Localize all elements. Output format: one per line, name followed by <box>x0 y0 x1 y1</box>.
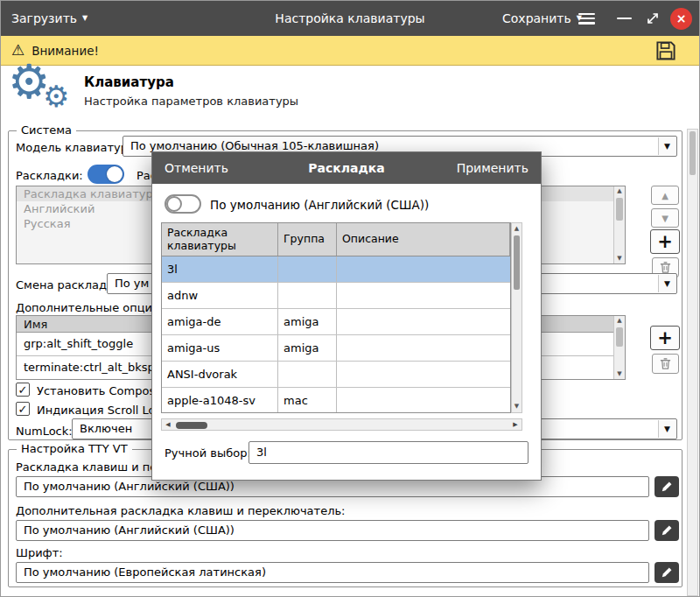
expand-button[interactable] <box>645 1 661 36</box>
tty-extra-layout-edit-button[interactable] <box>654 520 679 541</box>
window-title-label: Настройка клавиатуры <box>275 11 424 25</box>
warning-bar: ⚠ Внимание! <box>1 36 699 66</box>
titlebar: Загрузить ▼ Настройка клавиатуры Сохрани… <box>1 1 699 36</box>
scrollbar-thumb[interactable] <box>514 235 520 290</box>
scrollbar-thumb[interactable] <box>176 422 207 429</box>
minimize-icon <box>617 18 632 20</box>
cell-group: amiga <box>278 309 337 334</box>
page-scrollbar[interactable] <box>687 129 698 596</box>
scrollbar-thumb[interactable] <box>616 327 623 347</box>
layout-table-hscrollbar[interactable]: ◀ ▶ <box>161 418 522 431</box>
scrollbar-thumb[interactable] <box>690 131 696 175</box>
trash-icon <box>659 261 672 274</box>
dialog-cancel-button[interactable]: Отменить <box>164 152 228 184</box>
default-layout-label: По умолчанию (Английский (США)) <box>210 198 429 212</box>
layout-table: Раскладка клавиатуры Группа Описание 3l … <box>161 222 511 413</box>
tty-font-value: По умолчанию (Европейская латинская) <box>24 565 266 579</box>
layout-move-up-button[interactable]: ▲ <box>651 186 679 205</box>
arrow-up-icon: ▲ <box>662 191 668 200</box>
tty-layout-edit-button[interactable] <box>654 476 679 497</box>
page-subtitle: Настройка параметров клавиатуры <box>84 95 298 108</box>
keyboard-gears-icon: ⚙ ⚙ <box>8 66 80 118</box>
trash-icon <box>659 357 672 370</box>
cell-description <box>337 362 510 387</box>
compose-checkbox-label: Установить Compose <box>37 384 162 397</box>
cell-layout: ANSI-dvorak <box>162 362 278 387</box>
save-menu-label: Сохранить <box>502 11 571 25</box>
scroll-up-icon: ▲ <box>614 186 625 196</box>
pencil-icon <box>661 566 673 579</box>
hamburger-menu-button[interactable] <box>578 1 595 36</box>
arrow-down-icon: ▼ <box>662 214 668 223</box>
compose-checkbox[interactable]: ✓ <box>16 383 30 397</box>
tty-font-edit-button[interactable] <box>654 562 679 583</box>
cell-description <box>337 256 510 282</box>
system-legend: Система <box>17 123 76 137</box>
cell-description <box>337 335 510 361</box>
layout-dialog-titlebar: Отменить Раскладка Применить <box>152 152 541 184</box>
tty-layout-value: По умолчанию (Английский (США)) <box>24 480 234 493</box>
cell-group <box>278 256 337 282</box>
layout-add-button[interactable]: + <box>650 229 680 254</box>
column-header: Раскладка клавиатуры <box>162 223 278 256</box>
cell-layout: adnw <box>162 283 278 308</box>
column-header: Группа <box>278 223 337 256</box>
layout-table-header: Раскладка клавиатуры Группа Описание <box>162 223 510 256</box>
cell-layout: 3l <box>162 256 278 282</box>
toggle-knob <box>166 196 182 212</box>
options-table-scrollbar[interactable]: ▲ ▼ <box>613 316 625 379</box>
tty-font-field[interactable]: По умолчанию (Европейская латинская) <box>16 562 649 583</box>
cell-group: amiga <box>278 335 337 361</box>
layouts-list-scrollbar[interactable]: ▲ ▼ <box>613 186 625 263</box>
option-delete-button[interactable] <box>652 354 679 374</box>
table-row[interactable]: ANSI-dvorak <box>162 362 510 388</box>
plus-icon: + <box>657 327 673 348</box>
layout-dialog-body: По умолчанию (Английский (США)) Раскладк… <box>152 184 541 480</box>
pencil-icon <box>661 481 673 493</box>
table-row[interactable]: 3l <box>162 256 510 283</box>
dialog-apply-button[interactable]: Применить <box>457 152 528 184</box>
cell-group <box>278 283 337 308</box>
chevron-down-icon: ▼ <box>658 420 676 438</box>
scroll-down-icon: ▼ <box>614 369 625 379</box>
extra-options-label: Дополнительные опции: <box>16 301 164 314</box>
plus-icon: + <box>657 231 673 252</box>
default-layout-toggle[interactable] <box>164 194 201 214</box>
save-menu-button[interactable]: Сохранить ▼ <box>502 1 582 36</box>
save-file-button[interactable] <box>655 40 676 65</box>
layout-switch-value: По ум <box>115 277 149 290</box>
table-row[interactable]: adnw <box>162 283 510 309</box>
expand-icon <box>645 11 661 26</box>
column-header: Описание <box>337 223 510 256</box>
tty-extra-layout-field[interactable]: По умолчанию (Английский (США)) <box>16 520 649 541</box>
load-menu-button[interactable]: Загрузить ▼ <box>11 1 88 36</box>
pencil-icon <box>661 524 673 537</box>
option-add-button[interactable]: + <box>650 326 680 350</box>
floppy-disk-icon <box>655 40 676 61</box>
load-menu-label: Загрузить <box>11 11 77 25</box>
tty-legend: Настройка TTY VT <box>17 442 132 455</box>
table-row[interactable]: apple-a1048-sv mac <box>162 388 510 413</box>
close-button[interactable]: × <box>670 1 692 36</box>
manual-select-value: 3l <box>256 446 267 459</box>
numlock-value: Включен <box>80 422 132 435</box>
layouts-toggle[interactable] <box>88 165 124 184</box>
layouts-label: Раскладки: <box>16 169 83 182</box>
chevron-down-icon: ▼ <box>82 15 88 22</box>
manual-select-label: Ручной выбор: <box>164 446 251 460</box>
check-icon: ✓ <box>18 384 28 396</box>
tty-extra-layout-value: По умолчанию (Английский (США)) <box>24 523 234 537</box>
table-row[interactable]: amiga-de amiga <box>162 309 510 335</box>
minimize-button[interactable] <box>617 1 632 36</box>
table-row[interactable]: amiga-us amiga <box>162 335 510 362</box>
layout-table-vscrollbar[interactable]: ▲ ▼ <box>511 222 522 413</box>
layout-move-down-button[interactable]: ▼ <box>651 208 679 228</box>
scrollbar-thumb[interactable] <box>616 198 623 221</box>
manual-select-input[interactable]: 3l <box>248 441 528 464</box>
scrolllock-checkbox[interactable]: ✓ <box>16 402 30 416</box>
scroll-down-icon: ▼ <box>512 402 522 411</box>
dialog-title: Раскладка <box>308 152 384 184</box>
tty-layout-label: Раскладка клавиш и пере <box>16 460 172 474</box>
keyboard-model-value: По умолчанию (Обычная 105-клавишная) <box>130 139 379 152</box>
page-title: Клавиатура <box>84 74 174 90</box>
